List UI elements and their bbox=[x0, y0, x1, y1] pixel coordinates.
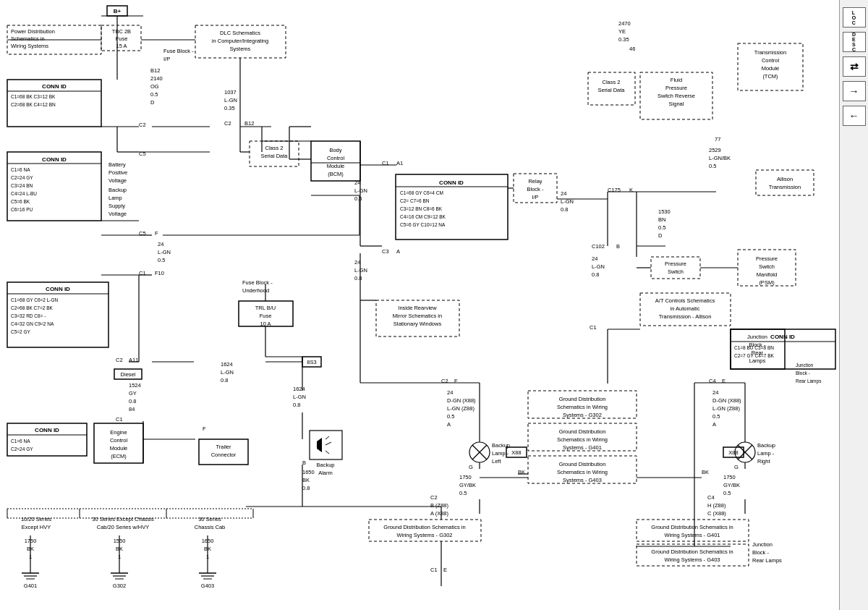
svg-text:F: F bbox=[203, 425, 206, 432]
svg-text:I/P: I/P bbox=[163, 56, 170, 62]
svg-text:D-GN (X88): D-GN (X88) bbox=[712, 397, 741, 404]
conn-id-3: CONN ID bbox=[46, 286, 70, 292]
svg-text:C102: C102 bbox=[592, 243, 605, 250]
svg-text:24: 24 bbox=[561, 190, 566, 197]
class2-top-right: Class 2 bbox=[602, 79, 620, 85]
svg-text:Lamp -: Lamp - bbox=[757, 450, 775, 457]
svg-text:0.5: 0.5 bbox=[447, 413, 454, 420]
8s3-label: 8S3 bbox=[307, 359, 316, 365]
svg-text:15 A: 15 A bbox=[116, 43, 127, 49]
svg-text:Module: Module bbox=[762, 65, 780, 72]
forward-button[interactable]: → bbox=[843, 81, 866, 101]
svg-text:G: G bbox=[734, 464, 739, 470]
svg-text:Supply: Supply bbox=[109, 203, 125, 209]
svg-text:Transmission - Allison: Transmission - Allison bbox=[659, 313, 712, 320]
svg-text:L-GN: L-GN bbox=[158, 249, 171, 255]
svg-text:GY: GY bbox=[129, 390, 137, 397]
svg-text:Manifold: Manifold bbox=[757, 271, 777, 278]
svg-text:BK: BK bbox=[702, 469, 709, 475]
conn-id-ecm: CONN ID bbox=[35, 427, 59, 433]
svg-text:(PSM): (PSM) bbox=[759, 279, 775, 286]
ground-g403-bottom: Ground Distribution Schematics in bbox=[651, 548, 733, 555]
svg-text:C4: C4 bbox=[709, 378, 716, 384]
svg-text:C4=24 L-BU: C4=24 L-BU bbox=[11, 191, 37, 196]
svg-text:C2: C2 bbox=[139, 122, 146, 128]
desc-button[interactable]: D E S C bbox=[843, 32, 866, 52]
trl-fuse-label: TRL B/U bbox=[255, 305, 276, 311]
svg-text:Wiring Systems - G302: Wiring Systems - G302 bbox=[396, 532, 452, 538]
svg-text:24: 24 bbox=[712, 389, 718, 396]
svg-text:Right: Right bbox=[757, 458, 770, 465]
svg-text:in Computer/Integrating: in Computer/Integrating bbox=[212, 38, 268, 44]
svg-text:0.5: 0.5 bbox=[709, 163, 716, 169]
svg-text:F: F bbox=[454, 378, 458, 384]
back-button[interactable]: ← bbox=[843, 106, 866, 126]
svg-text:C2=         C7=6 BN: C2= C7=6 BN bbox=[400, 198, 430, 203]
swap-button[interactable]: ⇄ bbox=[843, 56, 866, 77]
class2-label: Class 2 bbox=[265, 145, 283, 151]
svg-text:D-GN (X88): D-GN (X88) bbox=[447, 397, 476, 404]
svg-text:BK: BK bbox=[302, 477, 310, 483]
svg-text:L-GN/BK: L-GN/BK bbox=[709, 155, 731, 161]
svg-text:C1=6 NA: C1=6 NA bbox=[11, 167, 30, 172]
svg-text:0.5: 0.5 bbox=[354, 195, 362, 202]
svg-text:10 A: 10 A bbox=[260, 321, 271, 327]
svg-text:F10: F10 bbox=[155, 270, 164, 276]
svg-text:2529: 2529 bbox=[709, 147, 721, 153]
svg-text:1624: 1624 bbox=[293, 386, 305, 392]
svg-text:E: E bbox=[722, 378, 726, 384]
svg-text:(BCM): (BCM) bbox=[328, 171, 344, 177]
svg-text:Chassis Cab: Chassis Cab bbox=[195, 524, 226, 530]
svg-text:C1=68 GY  C6=4 CM: C1=68 GY C6=4 CM bbox=[400, 190, 443, 195]
svg-text:C2=68 BK  C7=2 BK: C2=68 BK C7=2 BK bbox=[11, 305, 53, 310]
svg-text:0.8: 0.8 bbox=[221, 377, 228, 384]
schematic-diagram: B+ Power Distribution Schematics in Wiri… bbox=[0, 0, 839, 610]
svg-text:Transmission: Transmission bbox=[769, 184, 801, 190]
svg-text:(TCM): (TCM) bbox=[762, 73, 778, 80]
loc-button[interactable]: L O C bbox=[843, 7, 866, 27]
svg-text:C4=32 GN  C9=2 NA: C4=32 GN C9=2 NA bbox=[11, 321, 54, 326]
svg-text:C4: C4 bbox=[707, 494, 715, 501]
svg-text:L-GN: L-GN bbox=[293, 394, 306, 400]
svg-text:Pressure: Pressure bbox=[665, 85, 687, 91]
svg-text:F: F bbox=[155, 230, 158, 237]
bplus-label: B+ bbox=[114, 8, 122, 14]
svg-text:0.5: 0.5 bbox=[658, 224, 665, 231]
svg-text:0.8: 0.8 bbox=[293, 402, 300, 408]
svg-text:C6=16 PU: C6=16 PU bbox=[11, 207, 33, 212]
svg-text:Except HVY: Except HVY bbox=[22, 524, 51, 530]
svg-text:2140: 2140 bbox=[150, 75, 163, 82]
svg-text:24: 24 bbox=[354, 259, 360, 266]
svg-text:L-GN (Z88): L-GN (Z88) bbox=[712, 405, 740, 412]
svg-text:Wiring Systems - G401: Wiring Systems - G401 bbox=[664, 532, 720, 538]
relay-block-label: Relay bbox=[528, 178, 542, 185]
svg-text:0.5: 0.5 bbox=[150, 91, 158, 98]
svg-text:Switch: Switch bbox=[759, 263, 775, 270]
svg-text:24: 24 bbox=[447, 389, 453, 396]
ground-g401-box: Ground Distribution bbox=[559, 428, 606, 435]
svg-text:C2: C2 bbox=[430, 494, 438, 501]
svg-text:Rear Lamps: Rear Lamps bbox=[796, 378, 822, 384]
svg-text:C3: C3 bbox=[382, 248, 389, 255]
svg-rect-137 bbox=[756, 170, 814, 195]
svg-text:Rear Lamps: Rear Lamps bbox=[752, 557, 782, 564]
conn-id-rear: CONN ID bbox=[770, 334, 795, 340]
svg-text:C1: C1 bbox=[116, 416, 123, 423]
svg-text:L-GN: L-GN bbox=[592, 263, 605, 270]
svg-text:Systems - G302: Systems - G302 bbox=[563, 412, 602, 418]
svg-text:I/P: I/P bbox=[532, 194, 538, 200]
svg-text:C2=7 GY  C4=7 BK: C2=7 GY C4=7 BK bbox=[734, 353, 774, 358]
svg-text:H (Z88): H (Z88) bbox=[707, 502, 726, 509]
svg-text:L-GN: L-GN bbox=[354, 187, 367, 194]
svg-text:Signal: Signal bbox=[669, 101, 684, 107]
g302-symbol: G302 bbox=[113, 583, 126, 589]
psm-label: Pressure bbox=[756, 255, 778, 262]
svg-marker-300 bbox=[317, 438, 322, 452]
fuse-block-uh-label: Fuse Block - bbox=[242, 279, 273, 286]
svg-text:Switch Reverse: Switch Reverse bbox=[658, 93, 695, 99]
svg-text:C5: C5 bbox=[139, 151, 146, 157]
svg-text:Serial Data: Serial Data bbox=[597, 87, 625, 93]
svg-text:Control: Control bbox=[762, 57, 780, 64]
svg-text:C3=12 BN  C8=6 BK: C3=12 BN C8=6 BK bbox=[400, 206, 443, 211]
svg-text:46: 46 bbox=[629, 46, 635, 52]
